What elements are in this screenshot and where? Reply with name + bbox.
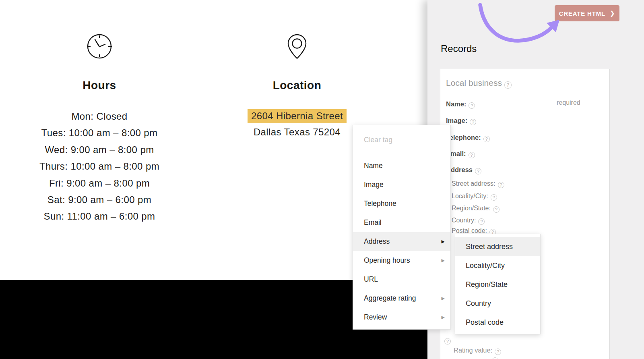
submenu-arrow-icon: ▶ [442, 289, 445, 308]
hours-line-wed: Wed: 9:00 am – 8:00 pm [0, 141, 199, 158]
menu-item-aggregate-rating-label: Aggregate rating [364, 294, 416, 302]
menu-item-address-label: Address [364, 237, 390, 245]
menu-item-clear-tag[interactable]: Clear tag [353, 129, 450, 150]
hours-list: Mon: Closed Tues: 10:00 am – 8:00 pm Wed… [0, 108, 199, 225]
create-html-label: CREATE HTML [559, 10, 605, 17]
chevron-right-icon: ❯ [610, 10, 615, 17]
hours-line-fri: Fri: 9:00 am – 8:00 pm [0, 175, 199, 191]
menu-item-image[interactable]: Image [353, 175, 450, 194]
submenu-item-locality-city[interactable]: Locality/City [455, 256, 540, 275]
hours-line-thurs: Thurs: 10:00 am – 8:00 pm [0, 158, 199, 174]
hours-line-tues: Tues: 10:00 am – 8:00 pm [0, 125, 199, 141]
hours-line-sat: Sat: 9:00 am – 6:00 pm [0, 191, 199, 208]
field-row-address: Address? [446, 165, 481, 174]
cutoff-help-row: ? [492, 355, 498, 359]
submenu-item-country[interactable]: Country [455, 294, 540, 313]
help-icon[interactable]: ? [495, 349, 501, 355]
submenu-arrow-icon: ▶ [442, 308, 445, 327]
image-field-label: Image: [446, 117, 467, 124]
menu-item-aggregate-rating[interactable]: Aggregate rating ▶ [353, 289, 450, 308]
help-icon[interactable]: ? [483, 136, 490, 142]
submenu-item-street-address[interactable]: Street address [455, 237, 540, 256]
menu-item-email[interactable]: Email [353, 213, 450, 232]
submenu-arrow-icon: ▶ [442, 251, 445, 270]
help-icon[interactable]: ? [491, 194, 497, 201]
tagged-street-address-highlight[interactable]: 2604 Hibernia Street [248, 109, 347, 123]
street-address-line: 2604 Hibernia Street [205, 109, 389, 123]
submenu-item-postal-code[interactable]: Postal code [455, 313, 540, 332]
menu-item-opening-hours-label: Opening hours [364, 256, 410, 264]
telephone-field-label: Telephone: [446, 134, 481, 141]
rating-value-label: Rating value: [454, 347, 492, 354]
menu-item-opening-hours[interactable]: Opening hours ▶ [353, 251, 450, 270]
menu-item-name[interactable]: Name [353, 156, 450, 175]
field-row-name: Name:? [446, 100, 475, 108]
field-row-image: Image:? [446, 116, 476, 125]
help-icon[interactable]: ? [492, 357, 498, 359]
subfield-row-street: Street address:? [452, 179, 504, 188]
submenu-arrow-icon: ▶ [442, 232, 445, 251]
tag-context-menu: Clear tag Name Image Telephone Email Add… [353, 125, 451, 330]
address-submenu: Street address Locality/City Region/Stat… [455, 234, 541, 334]
name-field-label: Name: [446, 100, 466, 108]
help-icon[interactable]: ? [498, 182, 504, 188]
required-badge: required [557, 98, 580, 107]
screen: Hours Mon: Closed Tues: 10:00 am – 8:00 … [0, 0, 644, 359]
help-icon[interactable]: ? [504, 81, 512, 89]
hours-heading: Hours [0, 79, 199, 92]
rating-value-row: Rating value:? [454, 346, 501, 355]
hours-line-mon: Mon: Closed [0, 108, 199, 125]
map-pin-icon [287, 34, 307, 60]
location-heading: Location [205, 79, 389, 92]
help-icon[interactable]: ? [493, 206, 500, 213]
subfield-row-country: Country:? [452, 216, 485, 225]
region-subfield-label: Region/State: [452, 205, 491, 212]
records-panel-title: Records [441, 43, 477, 54]
help-icon[interactable]: ? [478, 218, 485, 225]
field-row-telephone: Telephone:? [446, 133, 490, 142]
hours-line-sun: Sun: 11:00 am – 6:00 pm [0, 208, 199, 224]
locality-subfield-label: Locality/City: [452, 193, 488, 199]
local-business-row: Local business? [446, 78, 512, 88]
street-subfield-label: Street address: [452, 180, 495, 187]
subfield-row-locality: Locality/City:? [452, 192, 497, 201]
menu-item-telephone[interactable]: Telephone [353, 194, 450, 213]
help-icon[interactable]: ? [469, 152, 475, 158]
postal-subfield-label: Postal code: [452, 227, 487, 234]
help-icon[interactable]: ? [469, 102, 475, 109]
menu-separator [353, 153, 450, 153]
clock-icon [87, 33, 112, 59]
local-business-label: Local business [446, 78, 502, 87]
menu-item-review-label: Review [364, 313, 387, 321]
menu-item-url[interactable]: URL [353, 270, 450, 289]
menu-items: Name Image Telephone Email Address ▶ Ope… [353, 156, 450, 327]
obscured-field-help-row: ? [444, 336, 451, 344]
subfield-row-region: Region/State:? [452, 204, 500, 213]
country-subfield-label: Country: [452, 217, 476, 224]
menu-item-address[interactable]: Address ▶ [353, 232, 450, 251]
create-html-button[interactable]: CREATE HTML ❯ [555, 5, 619, 21]
help-icon[interactable]: ? [444, 338, 451, 344]
help-icon[interactable]: ? [475, 168, 481, 174]
help-icon[interactable]: ? [470, 119, 476, 125]
submenu-item-region-state[interactable]: Region/State [455, 275, 540, 294]
menu-item-review[interactable]: Review ▶ [353, 308, 450, 327]
